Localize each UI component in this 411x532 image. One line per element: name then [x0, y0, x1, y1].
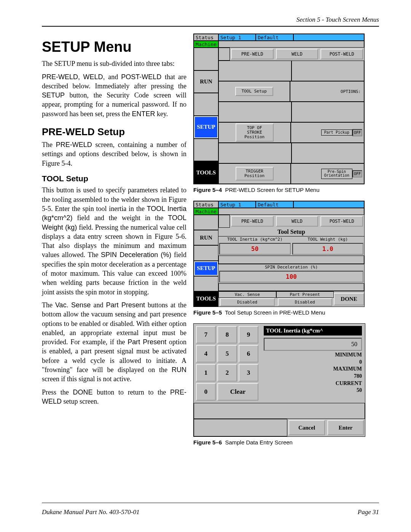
- figure-5-6-screen: 7 8 9 4 5 6 1 2 3 0 Clear TOOL Inertia (…: [193, 323, 365, 437]
- prespin-toggle[interactable]: Pre-Spin Orientation OFF: [321, 169, 362, 179]
- part-pickup-label: Part Pickup: [321, 129, 352, 136]
- txt: RUN: [172, 366, 186, 374]
- spacer: [194, 403, 365, 419]
- side-blank: [194, 139, 218, 161]
- cell-blank: [218, 102, 292, 122]
- part-present-button[interactable]: Disabled: [278, 298, 333, 306]
- tab-postweld[interactable]: POST-WELD: [320, 216, 363, 227]
- default-label: Default: [256, 201, 293, 208]
- setup-button[interactable]: SETUP: [194, 261, 218, 276]
- status-label: Status: [194, 201, 218, 208]
- tools-button[interactable]: TOOLS: [194, 291, 218, 307]
- header-section: Section 5 - Touch Screen Menus: [42, 16, 379, 24]
- machine-label: Machine: [194, 208, 218, 215]
- decel-value[interactable]: 100: [219, 271, 363, 283]
- txt: Vac. Sense: [55, 301, 94, 309]
- enter-button[interactable]: Enter: [327, 420, 364, 435]
- p-tabs: PRE-WELD, WELD, and POST-WELD that are d…: [42, 72, 186, 118]
- cell-blank: [292, 143, 365, 163]
- prespin-label: Pre-Spin Orientation: [321, 169, 352, 179]
- txt: and: [94, 301, 106, 309]
- figure-5-5-caption: Figure 5–5 Tool Setup Screen in PRE-WELD…: [193, 309, 379, 316]
- figure-5-5-screen: Status Setup 1 Default Machine RUN: [193, 201, 365, 307]
- off-indicator: OFF: [352, 170, 362, 177]
- done-button[interactable]: DONE: [334, 293, 364, 305]
- key-1[interactable]: 1: [196, 364, 216, 382]
- cell-trigger: TRIGGER Position: [218, 163, 291, 184]
- key-7[interactable]: 7: [196, 326, 216, 343]
- default-label: Default: [256, 34, 293, 41]
- side-blank: [194, 48, 218, 70]
- cancel-button[interactable]: Cancel: [288, 420, 325, 435]
- top-rule: [42, 26, 379, 27]
- machine-label: Machine: [194, 41, 218, 48]
- txt: POST-WELD: [121, 73, 165, 81]
- txt: Part Present: [106, 301, 145, 309]
- key-3[interactable]: 3: [239, 364, 258, 382]
- key-8[interactable]: 8: [217, 326, 237, 343]
- part-present-group: Part Present Disabled: [276, 291, 334, 307]
- caption-text: Tool Setup Screen in PRE-WELD Menu: [225, 309, 325, 316]
- weight-value[interactable]: 1.0: [292, 243, 364, 255]
- key-9[interactable]: 9: [239, 326, 258, 343]
- cell-blank: [218, 61, 292, 81]
- spacer: [218, 283, 364, 291]
- cur-value: 50: [264, 388, 362, 393]
- keypad-display: 50: [264, 338, 362, 351]
- vac-sense-group: Vac. Sense Disabled: [218, 291, 276, 307]
- key-4[interactable]: 4: [196, 345, 216, 363]
- status-blank: [218, 208, 364, 215]
- cell-blank: [292, 61, 365, 81]
- key-clear[interactable]: Clear: [217, 383, 258, 401]
- footer: Dukane Manual Part No. 403-570-01 Page 3…: [42, 508, 379, 516]
- txt: Part Present: [127, 338, 166, 346]
- key-5[interactable]: 5: [217, 345, 237, 363]
- trigger-position-button[interactable]: TRIGGER Position: [236, 167, 274, 181]
- max-value: 780: [264, 374, 362, 379]
- tab-postweld[interactable]: POST-WELD: [320, 49, 363, 59]
- max-label: MAXIMUM: [264, 366, 362, 372]
- hdr-inertia: TOOL Inertia (kg*cm^2): [218, 236, 292, 242]
- text-column: SETUP Menu The SETUP menu is sub-divided…: [42, 34, 186, 453]
- footer-left: Dukane Manual Part No. 403-570-01: [42, 508, 139, 516]
- side-blank: [194, 215, 218, 230]
- p-preweld: The PRE-WELD screen, containing a number…: [42, 140, 186, 168]
- cur-label: CURRENT: [264, 381, 362, 387]
- top-of-stroke-button[interactable]: TOP OF STROKE Position: [236, 123, 274, 142]
- key-2[interactable]: 2: [217, 364, 237, 382]
- txt: PRE-WELD: [56, 141, 92, 149]
- txt: SPIN Deceleration (%): [101, 251, 171, 259]
- cell-prespin: Pre-Spin Orientation OFF: [291, 163, 365, 184]
- tool-setup-button[interactable]: TOOL Setup: [235, 87, 273, 96]
- run-button[interactable]: RUN: [194, 70, 218, 93]
- figure-5-4-screen: Status Setup 1 Default Machine RUN: [193, 34, 365, 184]
- caption-text: PRE-WELD Screen for SETUP Menu: [225, 187, 319, 193]
- caption-bold: Figure 5–5: [193, 309, 222, 316]
- side-blank: [194, 245, 218, 260]
- key-6[interactable]: 6: [239, 345, 258, 363]
- tab-preweld[interactable]: PRE-WELD: [231, 216, 274, 227]
- vac-sense-button[interactable]: Disabled: [220, 298, 275, 306]
- part-pickup-toggle[interactable]: Part Pickup OFF: [321, 129, 362, 136]
- off-indicator: OFF: [352, 129, 362, 136]
- p-tool-1: This button is used to specify parameter…: [42, 185, 186, 297]
- inertia-value[interactable]: 50: [219, 243, 291, 255]
- cell-blank: [292, 102, 365, 122]
- key-0[interactable]: 0: [196, 383, 216, 401]
- tab-weld[interactable]: WELD: [276, 216, 319, 227]
- setup-button[interactable]: SETUP: [194, 116, 218, 139]
- cell-tos: TOP OF STROKE Position: [218, 122, 291, 143]
- txt: setup screen.: [62, 398, 99, 405]
- tools-button[interactable]: TOOLS: [194, 161, 218, 184]
- cell-options: OPTIONS:: [290, 81, 365, 102]
- figure-5-4-caption: Figure 5–4 PRE-WELD Screen for SETUP Men…: [193, 187, 379, 193]
- caption-text: Sample Data Entry Screen: [225, 439, 293, 446]
- vac-sense-label: Vac. Sense: [218, 291, 276, 298]
- tab-weld[interactable]: WELD: [276, 49, 319, 59]
- tab-preweld[interactable]: PRE-WELD: [231, 49, 274, 59]
- tab-spacer: [218, 48, 230, 61]
- run-button[interactable]: RUN: [194, 230, 218, 245]
- figures-column: Status Setup 1 Default Machine RUN: [193, 34, 379, 453]
- cell-blank: [218, 143, 292, 163]
- h3-tool-setup: TOOL Setup: [42, 173, 186, 184]
